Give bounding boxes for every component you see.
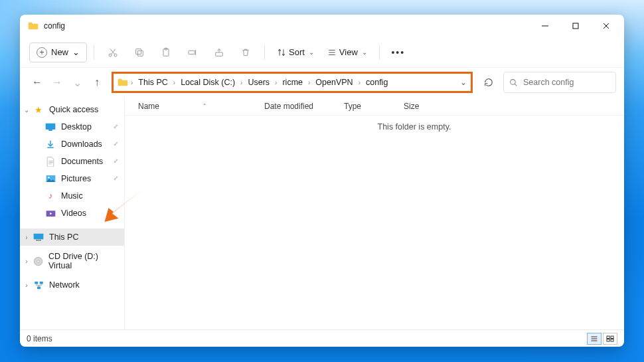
svg-rect-25 bbox=[611, 339, 613, 341]
breadcrumb-item[interactable]: This PC bbox=[135, 78, 170, 87]
chevron-down-icon: ⌄ bbox=[72, 47, 80, 57]
more-button[interactable]: ••• bbox=[386, 43, 410, 62]
window-title: config bbox=[44, 21, 65, 31]
empty-folder-message: This folder is empty. bbox=[204, 116, 624, 132]
svg-rect-20 bbox=[39, 281, 42, 284]
sidebar-item-desktop[interactable]: Desktop bbox=[20, 118, 124, 136]
view-button[interactable]: View ⌄ bbox=[322, 43, 372, 62]
column-type[interactable]: Type bbox=[344, 102, 404, 111]
paste-button[interactable] bbox=[154, 43, 178, 62]
chevron-right-icon: › bbox=[307, 79, 311, 86]
folder-icon bbox=[118, 78, 128, 86]
close-button[interactable] bbox=[591, 15, 621, 37]
sidebar-item-documents[interactable]: Documents bbox=[20, 153, 124, 170]
chevron-right-icon[interactable]: › bbox=[23, 258, 31, 265]
pin-icon bbox=[112, 174, 119, 183]
copy-button[interactable] bbox=[127, 43, 151, 62]
content-area: Name ˄ Date modified Type Size This fold… bbox=[125, 97, 624, 329]
recent-button[interactable]: ⌄ bbox=[68, 73, 86, 92]
search-input[interactable]: Search config bbox=[503, 72, 616, 93]
svg-point-13 bbox=[48, 177, 50, 179]
sidebar-network[interactable]: › Network bbox=[20, 276, 124, 294]
rename-button[interactable] bbox=[181, 43, 204, 62]
breadcrumb-item[interactable]: config bbox=[363, 78, 390, 87]
sidebar-item-label: Videos bbox=[61, 209, 86, 218]
toolbar: + New ⌄ Sort ⌄ View ⌄ ••• bbox=[20, 37, 624, 68]
column-date[interactable]: Date modified bbox=[264, 102, 344, 111]
delete-button[interactable] bbox=[234, 43, 258, 62]
chevron-right-icon[interactable]: › bbox=[23, 234, 31, 241]
search-icon bbox=[509, 78, 518, 87]
sidebar-item-label: CD Drive (D:) Virtual bbox=[48, 252, 119, 270]
explorer-window: config + New ⌄ Sort ⌄ View ⌄ bbox=[20, 15, 624, 347]
column-size[interactable]: Size bbox=[404, 102, 450, 111]
sidebar-item-pictures[interactable]: Pictures bbox=[20, 170, 124, 187]
downloads-icon bbox=[45, 139, 56, 149]
pc-icon bbox=[33, 232, 44, 242]
sort-button[interactable]: Sort ⌄ bbox=[272, 43, 319, 62]
svg-rect-7 bbox=[189, 50, 195, 54]
status-bar: 0 items bbox=[20, 329, 624, 347]
sort-ascending-icon: ˄ bbox=[203, 103, 206, 110]
svg-point-9 bbox=[511, 79, 516, 84]
breadcrumb-item[interactable]: Users bbox=[245, 78, 272, 87]
svg-rect-0 bbox=[573, 23, 578, 29]
chevron-right-icon[interactable]: › bbox=[23, 282, 31, 289]
sidebar-item-label: Quick access bbox=[49, 105, 98, 114]
back-button[interactable]: ← bbox=[28, 73, 46, 92]
svg-rect-23 bbox=[611, 336, 613, 339]
videos-icon bbox=[45, 208, 56, 219]
svg-rect-3 bbox=[137, 50, 143, 56]
sidebar: ⌄ ★ Quick access Desktop Downloads Docum… bbox=[20, 97, 125, 329]
svg-rect-15 bbox=[34, 234, 44, 240]
column-name[interactable]: Name ˄ bbox=[138, 102, 264, 111]
svg-rect-21 bbox=[37, 286, 40, 289]
cut-button[interactable] bbox=[101, 43, 125, 62]
view-label: View bbox=[339, 47, 358, 57]
pin-icon bbox=[112, 122, 119, 132]
sidebar-item-label: Music bbox=[61, 191, 83, 201]
svg-rect-11 bbox=[48, 130, 52, 131]
folder-icon bbox=[28, 22, 39, 30]
thumbnails-view-toggle[interactable] bbox=[603, 333, 617, 345]
chevron-right-icon: › bbox=[129, 79, 134, 86]
sidebar-item-videos[interactable]: Videos bbox=[20, 205, 124, 222]
minimize-button[interactable] bbox=[530, 15, 560, 37]
up-button[interactable]: ↑ bbox=[88, 73, 106, 92]
sidebar-item-downloads[interactable]: Downloads bbox=[20, 136, 124, 153]
music-icon: ♪ bbox=[45, 191, 56, 201]
svg-rect-8 bbox=[216, 52, 223, 56]
sidebar-this-pc[interactable]: › This PC bbox=[20, 228, 124, 246]
svg-rect-16 bbox=[36, 240, 41, 240]
sidebar-item-label: Documents bbox=[61, 157, 103, 166]
pin-icon bbox=[112, 139, 119, 149]
sidebar-quick-access[interactable]: ⌄ ★ Quick access bbox=[20, 101, 124, 118]
sidebar-item-label: Desktop bbox=[61, 122, 92, 132]
svg-rect-10 bbox=[46, 124, 56, 130]
maximize-button[interactable] bbox=[560, 15, 591, 37]
chevron-down-icon[interactable]: ⌄ bbox=[23, 106, 31, 114]
sidebar-cd-drive[interactable]: › CD Drive (D:) Virtual bbox=[20, 252, 124, 270]
breadcrumb-item[interactable]: Local Disk (C:) bbox=[178, 78, 238, 87]
svg-rect-22 bbox=[607, 336, 609, 339]
forward-button[interactable]: → bbox=[48, 73, 66, 92]
chevron-down-icon: ⌄ bbox=[362, 48, 367, 56]
column-headers: Name ˄ Date modified Type Size bbox=[125, 97, 624, 116]
chevron-down-icon[interactable]: ⌄ bbox=[460, 78, 467, 87]
share-button[interactable] bbox=[207, 43, 231, 62]
breadcrumb-item[interactable]: OpenVPN bbox=[313, 78, 355, 87]
svg-point-18 bbox=[37, 260, 40, 262]
network-icon bbox=[33, 280, 44, 290]
details-view-toggle[interactable] bbox=[587, 333, 602, 345]
documents-icon bbox=[45, 156, 56, 167]
address-bar[interactable]: › This PC › Local Disk (C:) › Users › ri… bbox=[112, 72, 473, 93]
sidebar-item-label: This PC bbox=[49, 232, 78, 242]
breadcrumb-item[interactable]: ricme bbox=[280, 78, 305, 87]
refresh-button[interactable] bbox=[479, 73, 498, 92]
star-icon: ★ bbox=[33, 104, 44, 115]
item-count: 0 items bbox=[27, 334, 52, 343]
new-button[interactable]: + New ⌄ bbox=[29, 43, 87, 62]
sidebar-item-label: Network bbox=[49, 280, 80, 290]
search-placeholder: Search config bbox=[523, 78, 574, 87]
sidebar-item-music[interactable]: ♪ Music bbox=[20, 187, 124, 205]
